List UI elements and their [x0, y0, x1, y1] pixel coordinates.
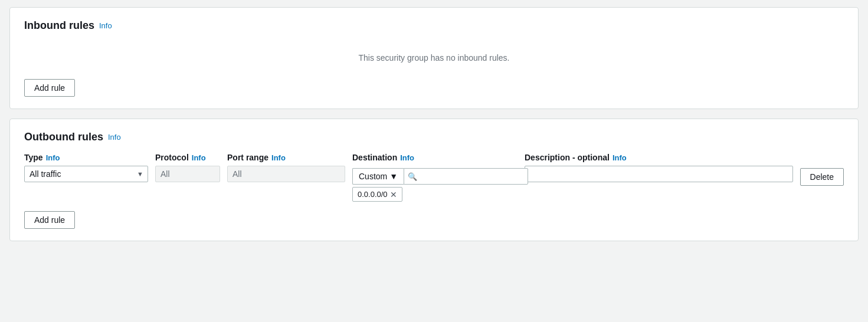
port-range-column: Port range Info — [227, 153, 345, 182]
protocol-label: Protocol — [155, 153, 189, 162]
inbound-empty-message: This security group has no inbound rules… — [24, 41, 844, 79]
outbound-rules-row: Type Info All traffic ▼ Protocol Info — [24, 153, 844, 202]
description-info-link[interactable]: Info — [612, 153, 627, 162]
type-info-link[interactable]: Info — [46, 153, 60, 162]
type-select-wrapper: All traffic ▼ — [24, 166, 148, 182]
destination-type-label: Custom — [359, 172, 387, 181]
inbound-info-link[interactable]: Info — [99, 21, 112, 30]
description-column: Description - optional Info — [525, 153, 793, 182]
destination-dropdown-icon: ▼ — [389, 172, 398, 181]
protocol-input — [155, 166, 220, 182]
ip-tag-close-icon[interactable]: ✕ — [390, 190, 397, 199]
outbound-info-link[interactable]: Info — [108, 133, 121, 142]
port-range-input — [227, 166, 345, 182]
destination-info-link[interactable]: Info — [400, 153, 414, 162]
destination-type-button[interactable]: Custom ▼ — [352, 168, 404, 185]
inbound-section-title: Inbound rules — [24, 19, 94, 32]
description-label: Description - optional — [525, 153, 610, 162]
port-range-col-header: Port range Info — [227, 153, 345, 162]
ip-tag-value: 0.0.0.0/0 — [358, 190, 388, 199]
delete-rule-button[interactable]: Delete — [800, 168, 844, 186]
port-range-label: Port range — [227, 153, 268, 162]
inbound-section-header: Inbound rules Info — [24, 19, 844, 32]
description-input[interactable] — [525, 166, 793, 182]
destination-input-row: Custom ▼ 🔍 — [352, 168, 517, 185]
type-label: Type — [24, 153, 43, 162]
description-col-header: Description - optional Info — [525, 153, 793, 162]
inbound-add-rule-button[interactable]: Add rule — [24, 79, 75, 97]
destination-search-input[interactable] — [404, 168, 528, 185]
destination-col-header: Destination Info — [352, 153, 517, 162]
inbound-rules-section: Inbound rules Info This security group h… — [9, 7, 859, 109]
protocol-info-link[interactable]: Info — [192, 153, 206, 162]
outbound-section-title: Outbound rules — [24, 131, 103, 143]
type-select[interactable]: All traffic — [24, 166, 148, 182]
outbound-add-rule-button[interactable]: Add rule — [24, 211, 75, 229]
outbound-rules-section: Outbound rules Info Type Info All traffi… — [9, 119, 859, 241]
delete-col: Delete — [800, 153, 844, 186]
type-col-header: Type Info — [24, 153, 148, 162]
destination-label: Destination — [352, 153, 397, 162]
destination-column: Destination Info Custom ▼ 🔍 0.0.0.0/0 — [352, 153, 517, 202]
destination-tag-row: 0.0.0.0/0 ✕ — [352, 187, 517, 202]
ip-tag: 0.0.0.0/0 ✕ — [352, 187, 402, 202]
protocol-column: Protocol Info — [155, 153, 220, 182]
type-column: Type Info All traffic ▼ — [24, 153, 148, 182]
port-range-info-link[interactable]: Info — [271, 153, 286, 162]
outbound-section-header: Outbound rules Info — [24, 131, 844, 143]
page-wrapper: Inbound rules Info This security group h… — [0, 0, 868, 322]
protocol-col-header: Protocol Info — [155, 153, 220, 162]
search-icon: 🔍 — [408, 172, 417, 181]
